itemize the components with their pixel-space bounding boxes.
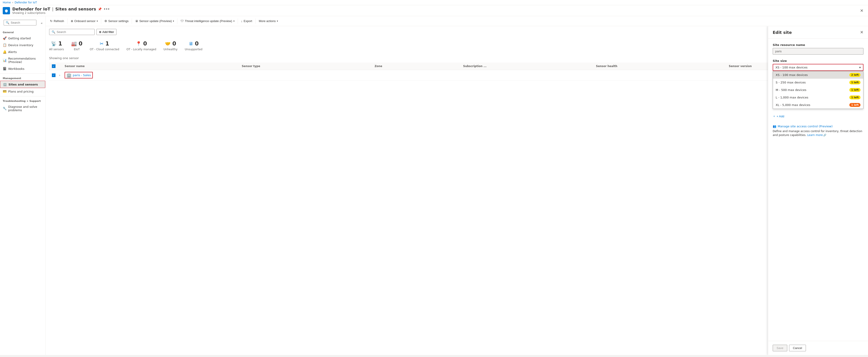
breadcrumb-home[interactable]: Home <box>3 1 11 4</box>
sensor-update-chevron-icon: ▾ <box>173 20 174 22</box>
option-l-label: L - 1,000 max devices <box>776 96 808 99</box>
dropdown-option-m[interactable]: M - 500 max devices 1 left <box>773 86 863 94</box>
sidebar-search-container: 🔍 <box>4 20 36 26</box>
sensor-update-button[interactable]: 🖥 Sensor update (Preview) ▾ <box>133 18 176 24</box>
sidebar-divider-1 <box>0 73 45 74</box>
site-size-dropdown-menu: XS - 100 max devices 2 left S - 250 max … <box>773 71 863 109</box>
option-m-badge: 1 left <box>849 88 861 92</box>
more-actions-button[interactable]: More actions ▾ <box>257 18 280 24</box>
row-expand-button[interactable]: › <box>59 73 60 77</box>
sidebar-item-alerts[interactable]: 🔔 Alerts <box>0 48 45 55</box>
sidebar-item-label: Plans and pricing <box>8 90 34 93</box>
option-s-badge: 1 left <box>849 80 861 84</box>
row-checkbox[interactable]: ✓ <box>52 73 56 77</box>
access-control-section: 👥 Manage site access control (Preview) D… <box>773 125 863 137</box>
unhealthy-label: Unhealthy <box>163 48 178 51</box>
stat-unsupported[interactable]: 🖥 0 Unsupported <box>185 40 202 51</box>
col-header-zone: Zone <box>375 65 463 68</box>
sidebar-item-label: Alerts <box>8 50 17 54</box>
sidebar-item-recommendations[interactable]: 📊 Recommendations (Preview) <box>0 55 45 65</box>
all-sensors-label: All sensors <box>49 48 64 51</box>
cancel-button[interactable]: Cancel <box>789 345 806 351</box>
sidebar-item-diagnose[interactable]: 🔧 Diagnose and solve problems <box>0 103 45 113</box>
refresh-icon: ↻ <box>50 19 53 23</box>
table-header: ✓ Sensor name Sensor type Zone Subscript… <box>49 63 864 70</box>
export-button[interactable]: ↓ Export <box>239 18 254 24</box>
pin-icon[interactable]: 📌 <box>98 7 102 11</box>
more-options-icon[interactable]: ••• <box>103 7 110 11</box>
dropdown-option-xl[interactable]: XL - 5,000 max devices 1 left <box>773 101 863 109</box>
option-m-label: M - 500 max devices <box>776 88 806 92</box>
showing-text: Showing one sensor <box>49 56 864 60</box>
toolbar: ↻ Refresh ⊕ Onboard sensor ▾ ⚙ Sensor se… <box>45 16 868 26</box>
window-close-button[interactable]: ✕ <box>858 6 865 15</box>
unhealthy-icon: 🤝 <box>165 41 170 46</box>
col-header-sensor-name: Sensor name <box>65 65 242 68</box>
sensor-settings-button[interactable]: ⚙ Sensor settings <box>102 18 130 24</box>
dropdown-option-xs[interactable]: XS - 100 max devices 2 left <box>773 71 863 79</box>
ot-local-count: 0 <box>143 40 147 47</box>
unsupported-label: Unsupported <box>185 48 202 51</box>
sites-sensors-icon: 🏢 <box>3 83 7 86</box>
sensor-name-link[interactable]: paris - Sales <box>73 73 91 77</box>
content-search-input[interactable] <box>57 30 92 34</box>
learn-more-link[interactable]: Learn more 🔗 <box>807 133 826 137</box>
sensor-name-cell[interactable]: 🏢 paris - Sales <box>65 72 93 78</box>
breadcrumb-current[interactable]: Defender for IoT <box>14 1 37 4</box>
sidebar-item-getting-started[interactable]: 🚀 Getting started <box>0 35 45 42</box>
refresh-button[interactable]: ↻ Refresh <box>48 18 66 24</box>
site-resource-name-label: Site resource name <box>773 43 863 46</box>
access-control-link[interactable]: 👥 Manage site access control (Preview) <box>773 125 863 128</box>
page-subtitle: Showing 2 subscriptions <box>12 11 858 14</box>
stat-all-sensors[interactable]: 📡 1 All sensors <box>49 40 64 51</box>
option-s-label: S - 250 max devices <box>776 81 806 84</box>
sidebar-item-sites-and-sensors[interactable]: 🏢 Sites and sensors <box>0 81 45 88</box>
threat-intelligence-icon: 🛡 <box>181 19 184 23</box>
stat-ot-cloud[interactable]: ✂ 1 OT - Cloud connected <box>90 40 119 51</box>
alerts-icon: 🔔 <box>3 50 6 54</box>
panel-title: Edit site <box>773 30 792 35</box>
unsupported-icon: 🖥 <box>189 41 193 46</box>
onboard-sensor-button[interactable]: ⊕ Onboard sensor ▾ <box>69 18 100 24</box>
app-icon <box>3 7 10 14</box>
sidebar-item-label: Workbooks <box>8 67 24 70</box>
select-all-checkbox[interactable]: ✓ <box>52 64 56 68</box>
page-name: Sites and sensors <box>55 7 96 11</box>
add-filter-button[interactable]: ⊕ Add filter <box>96 29 117 35</box>
ot-cloud-label: OT - Cloud connected <box>90 48 119 51</box>
elot-icon: 🏭 <box>71 41 77 46</box>
panel-close-button[interactable]: ✕ <box>860 30 863 35</box>
all-sensors-count: 1 <box>58 40 62 47</box>
stat-ot-local[interactable]: 📍 0 OT - Locally managed <box>126 40 156 51</box>
sidebar-item-workbooks[interactable]: 📓 Workbooks <box>0 65 45 72</box>
unhealthy-count: 0 <box>173 40 176 47</box>
content-search-icon: 🔍 <box>52 30 55 34</box>
dropdown-option-s[interactable]: S - 250 max devices 1 left <box>773 79 863 86</box>
elot-count: 0 <box>79 40 83 47</box>
site-resource-name-input[interactable] <box>773 48 863 55</box>
save-button[interactable]: Save <box>773 345 787 351</box>
access-control-desc: Define and manage access control for inv… <box>773 129 863 137</box>
threat-intelligence-button[interactable]: 🛡 Threat intelligence update (Preview) ▾ <box>179 18 236 24</box>
option-xs-badge: 2 left <box>849 73 861 77</box>
stat-elot[interactable]: 🏭 0 EIoT <box>71 40 83 51</box>
ot-local-icon: 📍 <box>136 41 142 46</box>
support-section-label: Troubleshooting + Support <box>0 98 45 103</box>
stat-unhealthy[interactable]: 🤝 0 Unhealthy <box>163 40 178 51</box>
onboard-sensor-icon: ⊕ <box>71 19 73 23</box>
dropdown-chevron-icon: ▾ <box>859 66 861 69</box>
table-row[interactable]: ✓ › 🏢 paris - Sales <box>49 70 864 80</box>
app-title: Defender for IoT <box>12 7 50 11</box>
dropdown-option-l[interactable]: L - 1,000 max devices 1 left <box>773 94 863 101</box>
toolbar-divider-5 <box>238 19 238 24</box>
access-control-icon: 👥 <box>773 125 776 128</box>
sidebar-search-input[interactable] <box>11 21 34 24</box>
site-size-dropdown[interactable]: XS - 100 max devices ▾ <box>773 64 863 71</box>
sidebar-collapse-button[interactable]: « <box>40 21 43 26</box>
panel-footer: Save Cancel <box>768 341 868 355</box>
sidebar-item-plans-pricing[interactable]: 💳 Plans and pricing <box>0 88 45 95</box>
more-actions-chevron-icon: ▾ <box>277 20 278 22</box>
sidebar-item-device-inventory[interactable]: 📋 Device inventory <box>0 42 45 48</box>
add-button[interactable]: ＋ + Add <box>773 113 784 119</box>
add-icon: ＋ <box>773 114 776 118</box>
